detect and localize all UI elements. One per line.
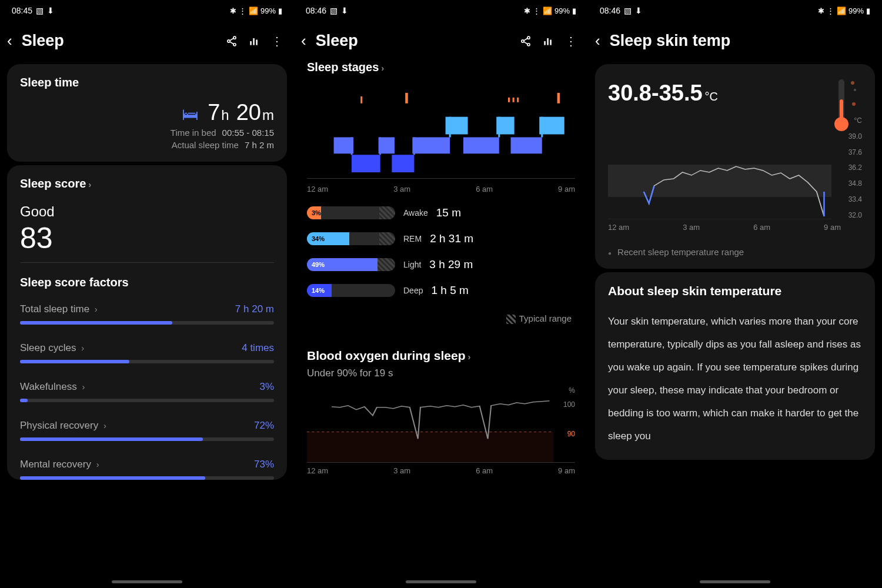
battery-icon: ▮ bbox=[866, 6, 870, 15]
share-icon[interactable] bbox=[226, 35, 239, 47]
stage-duration: 1 h 5 m bbox=[431, 284, 468, 297]
home-indicator[interactable] bbox=[112, 580, 182, 583]
factor-row[interactable]: Wakefulness ›3% bbox=[20, 381, 274, 402]
svg-rect-5 bbox=[250, 41, 252, 45]
screen-sleep-overview: 08:45▧⬇ ✱⋮📶99%▮ ‹ Sleep ⋮ Sleep time 🛏 7… bbox=[0, 0, 294, 588]
spo2-title[interactable]: Blood oxygen during sleep› bbox=[307, 349, 575, 363]
app-bar: ‹ Sleep ⋮ bbox=[0, 21, 294, 61]
factor-bar bbox=[20, 399, 274, 402]
signal-icon: 📶 bbox=[249, 6, 258, 15]
more-icon[interactable]: ⋮ bbox=[564, 34, 577, 48]
svg-point-40 bbox=[851, 81, 854, 85]
chevron-right-icon: › bbox=[96, 459, 99, 469]
stage-name: Light bbox=[403, 260, 421, 269]
back-button[interactable]: ‹ bbox=[595, 32, 600, 50]
clock: 08:46 bbox=[306, 6, 326, 15]
chevron-right-icon: › bbox=[468, 352, 471, 362]
sleep-time-card[interactable]: Sleep time 🛏 7h 20m Time in bed00:55 - 0… bbox=[7, 64, 287, 162]
notif-icon: ⬇ bbox=[635, 6, 642, 15]
share-icon[interactable] bbox=[520, 35, 533, 47]
score-grade: Good bbox=[20, 203, 274, 220]
more-icon[interactable]: ⋮ bbox=[270, 34, 283, 48]
factor-bar bbox=[20, 437, 274, 441]
svg-rect-28 bbox=[511, 137, 542, 153]
notif-icon: ▧ bbox=[36, 6, 44, 15]
stage-row: 49%Light3 h 29 m bbox=[307, 258, 575, 271]
notif-icon: ⬇ bbox=[47, 6, 54, 15]
stage-pill: 34% bbox=[307, 232, 395, 245]
chart-icon[interactable] bbox=[248, 35, 261, 47]
temp-xaxis: 12 am3 am6 am9 am bbox=[608, 219, 862, 232]
bt-icon: ✱ bbox=[524, 6, 530, 15]
svg-rect-18 bbox=[508, 98, 510, 102]
factor-label: Total sleep time bbox=[20, 303, 89, 315]
back-button[interactable]: ‹ bbox=[7, 32, 12, 50]
chart-icon[interactable] bbox=[542, 35, 555, 47]
actual-sleep-row: Actual sleep time7 h 2 m bbox=[20, 140, 274, 150]
about-text: Your skin temperature, which varies more… bbox=[608, 310, 862, 448]
stage-row: 3%Awake15 m bbox=[307, 206, 575, 219]
bt-icon: ✱ bbox=[230, 6, 236, 15]
app-bar: ‹ Sleep ⋮ bbox=[294, 21, 588, 61]
app-bar: ‹ Sleep skin temp bbox=[588, 21, 882, 61]
home-indicator[interactable] bbox=[406, 580, 476, 583]
temp-chart[interactable]: °C 39.037.636.234.833.432.0 bbox=[608, 116, 862, 219]
sleep-time-value: 🛏 7h 20m bbox=[20, 100, 274, 125]
page-title: Sleep bbox=[316, 32, 510, 50]
factors-heading: Sleep score factors bbox=[20, 276, 274, 289]
bed-icon: 🛏 bbox=[182, 105, 198, 123]
svg-rect-19 bbox=[513, 98, 514, 102]
factor-label: Wakefulness bbox=[20, 381, 77, 392]
back-button[interactable]: ‹ bbox=[301, 32, 306, 50]
stage-duration: 2 h 31 m bbox=[430, 232, 473, 245]
stage-name: Deep bbox=[403, 286, 423, 295]
temp-summary-card[interactable]: 30.8 - 35.5°C °C 39.037.636.234.833.432.… bbox=[595, 64, 875, 269]
clock: 08:46 bbox=[600, 6, 620, 15]
chevron-right-icon: › bbox=[82, 382, 85, 392]
svg-rect-7 bbox=[256, 39, 258, 45]
sleep-score-card[interactable]: Sleep score› Good 83 Sleep score factors… bbox=[7, 165, 287, 480]
svg-rect-27 bbox=[463, 137, 499, 153]
stage-pill: 3% bbox=[307, 206, 395, 219]
svg-line-12 bbox=[524, 41, 528, 44]
signal-icon: 📶 bbox=[837, 6, 846, 15]
factor-label: Physical recovery bbox=[20, 420, 98, 431]
factor-label: Sleep cycles bbox=[20, 342, 76, 353]
sleep-stages-title[interactable]: Sleep stages› bbox=[294, 61, 588, 80]
spo2-chart[interactable]: % 100 90 bbox=[307, 386, 575, 463]
spo2-xaxis: 12 am3 am6 am9 am bbox=[294, 463, 588, 475]
sleep-stages-chart[interactable] bbox=[307, 85, 575, 179]
factor-label: Mental recovery bbox=[20, 459, 91, 470]
factor-value: 3% bbox=[259, 381, 274, 393]
svg-rect-6 bbox=[253, 38, 255, 45]
time-in-bed-row: Time in bed00:55 - 08:15 bbox=[20, 128, 274, 138]
home-indicator[interactable] bbox=[700, 580, 770, 583]
screen-sleep-stages: 08:46▧⬇ ✱⋮📶99%▮ ‹ Sleep ⋮ Sleep stages› bbox=[294, 0, 588, 588]
svg-rect-23 bbox=[392, 155, 414, 172]
factor-row[interactable]: Total sleep time ›7 h 20 m bbox=[20, 303, 274, 325]
factor-row[interactable]: Sleep cycles ›4 times bbox=[20, 342, 274, 363]
status-bar: 08:46▧⬇ ✱⋮📶99%▮ bbox=[294, 0, 588, 21]
svg-point-41 bbox=[854, 89, 856, 91]
svg-rect-15 bbox=[550, 39, 552, 45]
notif-icon: ▧ bbox=[624, 6, 632, 15]
svg-rect-24 bbox=[334, 137, 353, 153]
battery-pct: 99% bbox=[554, 6, 570, 15]
factor-bar bbox=[20, 360, 274, 363]
stage-pill: 14% bbox=[307, 284, 395, 297]
factor-row[interactable]: Mental recovery ›73% bbox=[20, 459, 274, 480]
battery-pct: 99% bbox=[260, 6, 276, 15]
wifi-icon: ⋮ bbox=[239, 6, 246, 15]
svg-rect-17 bbox=[405, 93, 408, 103]
notif-icon: ⬇ bbox=[341, 6, 348, 15]
typical-range-legend: Typical range bbox=[294, 313, 572, 324]
bt-icon: ✱ bbox=[818, 6, 824, 15]
stages-xaxis: 12 am3 am6 am9 am bbox=[294, 181, 588, 193]
svg-rect-38 bbox=[307, 432, 554, 462]
page-title: Sleep skin temp bbox=[610, 32, 871, 50]
factor-row[interactable]: Physical recovery ›72% bbox=[20, 420, 274, 441]
factor-value: 7 h 20 m bbox=[235, 303, 274, 315]
svg-point-42 bbox=[852, 102, 856, 106]
factor-bar bbox=[20, 321, 274, 325]
chevron-right-icon: › bbox=[103, 420, 106, 430]
